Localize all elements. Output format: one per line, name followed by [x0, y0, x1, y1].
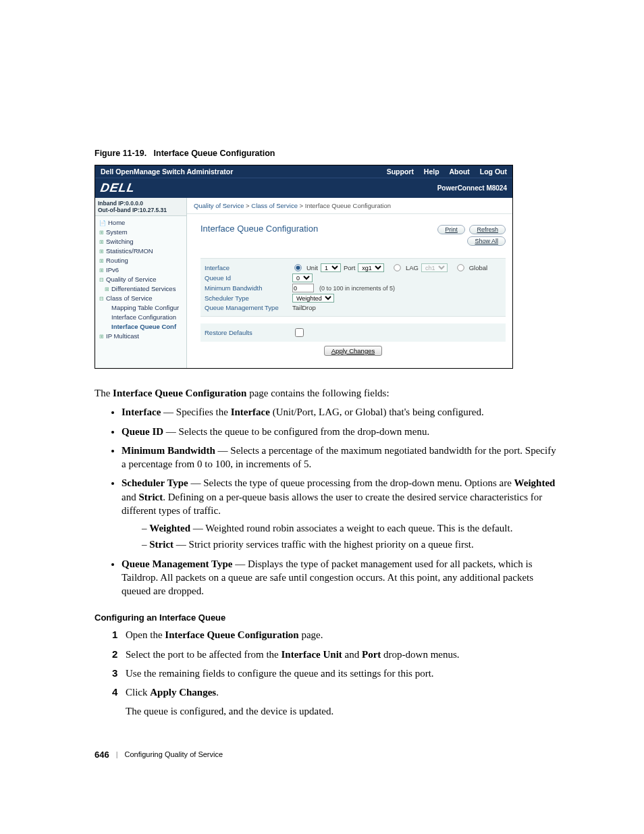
- select-queueid[interactable]: 0: [292, 273, 313, 282]
- bullet-minbw: Minimum Bandwidth — Selects a percentage…: [122, 444, 563, 471]
- figure-caption: Figure 11-19. Interface Queue Configurat…: [95, 149, 563, 158]
- label-sched: Scheduler Type: [205, 294, 292, 302]
- nav-qos[interactable]: Quality of Service: [97, 274, 186, 284]
- figure-title: Interface Queue Configuration: [154, 149, 275, 158]
- nav-routing[interactable]: Routing: [97, 255, 186, 265]
- step-1: Open the Interface Queue Configuration p…: [112, 628, 563, 642]
- radio-global[interactable]: [457, 264, 464, 271]
- print-button[interactable]: Print: [437, 225, 465, 234]
- bullet-strict: Strict — Strict priority services traffi…: [142, 538, 563, 551]
- select-unit[interactable]: 1: [321, 263, 341, 272]
- label-port: Port: [344, 264, 355, 271]
- ip-box: Inband IP:0.0.0.0 Out-of-band IP:10.27.5…: [95, 198, 186, 216]
- app-title: Dell OpenManage Switch Administrator: [101, 167, 233, 176]
- checkbox-restore[interactable]: [295, 328, 304, 337]
- select-lag[interactable]: ch1: [421, 263, 448, 272]
- app-titlebar: Dell OpenManage Switch Administrator Sup…: [95, 165, 512, 178]
- dell-logo: DELL: [101, 181, 135, 195]
- screenshot: Dell OpenManage Switch Administrator Sup…: [95, 165, 513, 369]
- label-interface: Interface: [205, 264, 292, 271]
- brand-bar: DELL PowerConnect M8024: [95, 178, 512, 198]
- panel-title-row: Interface Queue Configuration Print Refr…: [200, 219, 506, 253]
- label-restore: Restore Defaults: [205, 329, 292, 336]
- main-panel: Quality of Service > Class of Service > …: [187, 198, 512, 368]
- nav-mapping[interactable]: Mapping Table Configur: [97, 303, 186, 312]
- product-name: PowerConnect M8024: [437, 184, 507, 192]
- intro: The Interface Queue Configuration page c…: [95, 386, 563, 400]
- nav-intf-queue[interactable]: Interface Queue Conf: [97, 321, 186, 331]
- figure-label: Figure 11-19.: [95, 149, 146, 158]
- bullet-sched: Scheduler Type — Selects the type of que…: [122, 476, 563, 551]
- nav-ipv6[interactable]: IPv6: [97, 265, 186, 274]
- label-lag: LAG: [406, 264, 419, 271]
- nav-cos[interactable]: Class of Service: [97, 293, 186, 303]
- nav-stats[interactable]: Statistics/RMON: [97, 246, 186, 255]
- label-qmt: Queue Management Type: [205, 304, 292, 311]
- nav-system[interactable]: System: [97, 227, 186, 236]
- input-minbw[interactable]: [292, 284, 314, 292]
- link-logout[interactable]: Log Out: [480, 167, 507, 176]
- nav-tree: Inband IP:0.0.0.0 Out-of-band IP:10.27.5…: [95, 198, 187, 368]
- label-global: Global: [469, 264, 487, 271]
- nav-diffserv[interactable]: Differentiated Services: [97, 284, 186, 293]
- hint-minbw: (0 to 100 in increments of 5): [319, 285, 395, 292]
- body-text: The Interface Queue Configuration page c…: [95, 386, 563, 719]
- value-qmt: TailDrop: [292, 304, 316, 311]
- footer-title: Configuring Quality of Service: [125, 750, 223, 758]
- step-4-note: The queue is configured, and the device …: [126, 704, 563, 718]
- nav-home[interactable]: Home: [97, 217, 186, 227]
- form-area: Interface Unit 1 Port xg1 LAG ch1: [200, 258, 506, 317]
- nav-ipmulticast[interactable]: IP Multicast: [97, 331, 186, 340]
- crumb-cos[interactable]: Class of Service: [251, 202, 298, 209]
- breadcrumb: Quality of Service > Class of Service > …: [187, 198, 512, 214]
- outofband-ip: Out-of-band IP:10.27.5.31: [98, 207, 184, 213]
- section-heading: Configuring an Interface Queue: [95, 613, 563, 623]
- link-support[interactable]: Support: [387, 167, 414, 176]
- panel-title: Interface Queue Configuration: [200, 224, 318, 234]
- radio-unit[interactable]: [294, 264, 301, 271]
- apply-button[interactable]: Apply Changes: [324, 346, 382, 356]
- header-links: Support Help About Log Out: [379, 167, 507, 176]
- nav-switching[interactable]: Switching: [97, 236, 186, 246]
- showall-button[interactable]: Show All: [467, 236, 506, 246]
- bullet-interface: Interface — Specifies the Interface (Uni…: [122, 405, 563, 419]
- bullet-qmt: Queue Management Type — Displays the typ…: [122, 557, 563, 598]
- footer-sep: |: [116, 750, 118, 758]
- select-sched[interactable]: Weighted: [292, 294, 334, 303]
- link-about[interactable]: About: [450, 167, 470, 176]
- select-port[interactable]: xg1: [358, 263, 384, 272]
- radio-lag[interactable]: [394, 264, 400, 271]
- crumb-qos[interactable]: Quality of Service: [194, 202, 244, 209]
- refresh-button[interactable]: Refresh: [469, 225, 506, 234]
- label-queueid: Queue Id: [205, 274, 292, 282]
- page-number: 646: [95, 750, 109, 760]
- nav-intf-config[interactable]: Interface Configuration: [97, 312, 186, 321]
- step-3: Use the remaining fields to configure th…: [112, 667, 563, 680]
- bullet-weighted: Weighted — Weighted round robin associat…: [142, 521, 563, 535]
- inband-ip: Inband IP:0.0.0.0: [98, 200, 184, 207]
- label-unit: Unit: [306, 264, 318, 271]
- step-2: Select the port to be affected from the …: [112, 648, 563, 661]
- crumb-sep: >: [300, 202, 305, 209]
- label-minbw: Minimum Bandwidth: [205, 284, 292, 292]
- link-help[interactable]: Help: [424, 167, 439, 176]
- step-4: Click Apply Changes. The queue is config…: [112, 685, 563, 719]
- crumb-current: Interface Queue Configuration: [305, 202, 391, 209]
- bullet-queueid: Queue ID — Selects the queue to be confi…: [122, 425, 563, 438]
- page-footer: 646 | Configuring Quality of Service: [95, 750, 563, 760]
